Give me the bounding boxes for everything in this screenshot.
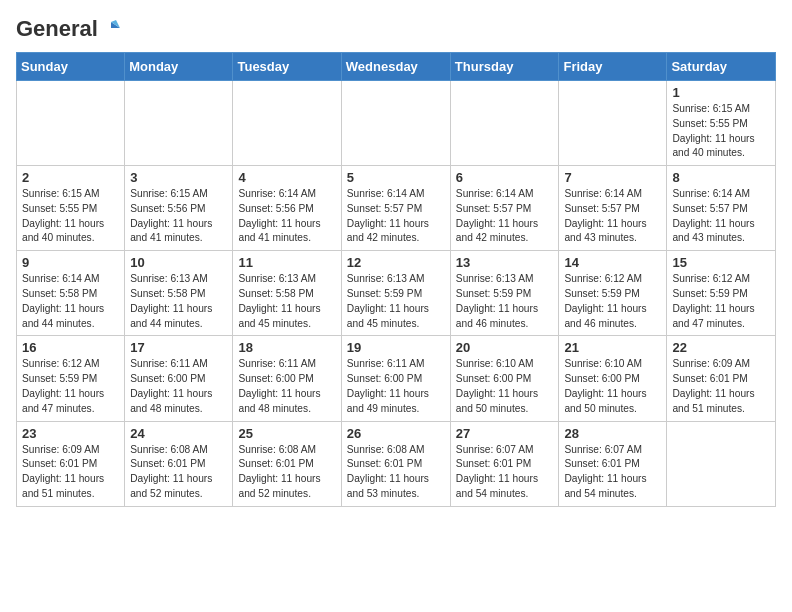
day-number: 13 xyxy=(456,255,554,270)
calendar-cell: 23Sunrise: 6:09 AM Sunset: 6:01 PM Dayli… xyxy=(17,421,125,506)
day-number: 19 xyxy=(347,340,445,355)
calendar-cell: 18Sunrise: 6:11 AM Sunset: 6:00 PM Dayli… xyxy=(233,336,341,421)
calendar-cell: 1Sunrise: 6:15 AM Sunset: 5:55 PM Daylig… xyxy=(667,81,776,166)
weekday-header-sunday: Sunday xyxy=(17,53,125,81)
day-number: 17 xyxy=(130,340,227,355)
day-info: Sunrise: 6:08 AM Sunset: 6:01 PM Dayligh… xyxy=(238,443,335,502)
calendar-week-5: 23Sunrise: 6:09 AM Sunset: 6:01 PM Dayli… xyxy=(17,421,776,506)
page-header: General xyxy=(16,16,776,42)
calendar-week-1: 1Sunrise: 6:15 AM Sunset: 5:55 PM Daylig… xyxy=(17,81,776,166)
calendar-cell xyxy=(17,81,125,166)
calendar-cell: 2Sunrise: 6:15 AM Sunset: 5:55 PM Daylig… xyxy=(17,166,125,251)
day-number: 16 xyxy=(22,340,119,355)
day-info: Sunrise: 6:10 AM Sunset: 6:00 PM Dayligh… xyxy=(564,357,661,416)
calendar-cell xyxy=(559,81,667,166)
day-number: 5 xyxy=(347,170,445,185)
day-info: Sunrise: 6:07 AM Sunset: 6:01 PM Dayligh… xyxy=(456,443,554,502)
day-number: 3 xyxy=(130,170,227,185)
day-info: Sunrise: 6:11 AM Sunset: 6:00 PM Dayligh… xyxy=(130,357,227,416)
calendar-cell xyxy=(341,81,450,166)
day-info: Sunrise: 6:14 AM Sunset: 5:56 PM Dayligh… xyxy=(238,187,335,246)
calendar-cell: 27Sunrise: 6:07 AM Sunset: 6:01 PM Dayli… xyxy=(450,421,559,506)
day-number: 4 xyxy=(238,170,335,185)
day-info: Sunrise: 6:12 AM Sunset: 5:59 PM Dayligh… xyxy=(564,272,661,331)
day-info: Sunrise: 6:13 AM Sunset: 5:58 PM Dayligh… xyxy=(238,272,335,331)
calendar-week-3: 9Sunrise: 6:14 AM Sunset: 5:58 PM Daylig… xyxy=(17,251,776,336)
day-info: Sunrise: 6:09 AM Sunset: 6:01 PM Dayligh… xyxy=(22,443,119,502)
calendar-cell: 26Sunrise: 6:08 AM Sunset: 6:01 PM Dayli… xyxy=(341,421,450,506)
day-number: 27 xyxy=(456,426,554,441)
calendar-header-row: SundayMondayTuesdayWednesdayThursdayFrid… xyxy=(17,53,776,81)
calendar-cell: 4Sunrise: 6:14 AM Sunset: 5:56 PM Daylig… xyxy=(233,166,341,251)
day-info: Sunrise: 6:14 AM Sunset: 5:57 PM Dayligh… xyxy=(672,187,770,246)
calendar-week-2: 2Sunrise: 6:15 AM Sunset: 5:55 PM Daylig… xyxy=(17,166,776,251)
calendar-cell: 28Sunrise: 6:07 AM Sunset: 6:01 PM Dayli… xyxy=(559,421,667,506)
weekday-header-tuesday: Tuesday xyxy=(233,53,341,81)
day-number: 24 xyxy=(130,426,227,441)
calendar-cell: 10Sunrise: 6:13 AM Sunset: 5:58 PM Dayli… xyxy=(125,251,233,336)
day-info: Sunrise: 6:11 AM Sunset: 6:00 PM Dayligh… xyxy=(238,357,335,416)
day-info: Sunrise: 6:11 AM Sunset: 6:00 PM Dayligh… xyxy=(347,357,445,416)
calendar-cell: 11Sunrise: 6:13 AM Sunset: 5:58 PM Dayli… xyxy=(233,251,341,336)
day-number: 25 xyxy=(238,426,335,441)
day-info: Sunrise: 6:10 AM Sunset: 6:00 PM Dayligh… xyxy=(456,357,554,416)
calendar-cell: 15Sunrise: 6:12 AM Sunset: 5:59 PM Dayli… xyxy=(667,251,776,336)
calendar-cell: 12Sunrise: 6:13 AM Sunset: 5:59 PM Dayli… xyxy=(341,251,450,336)
calendar-cell: 3Sunrise: 6:15 AM Sunset: 5:56 PM Daylig… xyxy=(125,166,233,251)
day-info: Sunrise: 6:07 AM Sunset: 6:01 PM Dayligh… xyxy=(564,443,661,502)
calendar-cell: 19Sunrise: 6:11 AM Sunset: 6:00 PM Dayli… xyxy=(341,336,450,421)
day-number: 20 xyxy=(456,340,554,355)
weekday-header-wednesday: Wednesday xyxy=(341,53,450,81)
calendar-cell: 25Sunrise: 6:08 AM Sunset: 6:01 PM Dayli… xyxy=(233,421,341,506)
calendar-table: SundayMondayTuesdayWednesdayThursdayFrid… xyxy=(16,52,776,507)
logo-general: General xyxy=(16,16,98,42)
day-info: Sunrise: 6:12 AM Sunset: 5:59 PM Dayligh… xyxy=(672,272,770,331)
calendar-cell xyxy=(450,81,559,166)
calendar-cell: 17Sunrise: 6:11 AM Sunset: 6:00 PM Dayli… xyxy=(125,336,233,421)
day-number: 23 xyxy=(22,426,119,441)
calendar-cell: 7Sunrise: 6:14 AM Sunset: 5:57 PM Daylig… xyxy=(559,166,667,251)
calendar-cell: 9Sunrise: 6:14 AM Sunset: 5:58 PM Daylig… xyxy=(17,251,125,336)
day-number: 21 xyxy=(564,340,661,355)
calendar-cell: 16Sunrise: 6:12 AM Sunset: 5:59 PM Dayli… xyxy=(17,336,125,421)
weekday-header-saturday: Saturday xyxy=(667,53,776,81)
day-info: Sunrise: 6:14 AM Sunset: 5:57 PM Dayligh… xyxy=(347,187,445,246)
day-info: Sunrise: 6:09 AM Sunset: 6:01 PM Dayligh… xyxy=(672,357,770,416)
day-number: 18 xyxy=(238,340,335,355)
day-info: Sunrise: 6:08 AM Sunset: 6:01 PM Dayligh… xyxy=(347,443,445,502)
calendar-cell xyxy=(125,81,233,166)
calendar-cell: 22Sunrise: 6:09 AM Sunset: 6:01 PM Dayli… xyxy=(667,336,776,421)
day-number: 26 xyxy=(347,426,445,441)
weekday-header-friday: Friday xyxy=(559,53,667,81)
calendar-cell: 5Sunrise: 6:14 AM Sunset: 5:57 PM Daylig… xyxy=(341,166,450,251)
calendar-cell xyxy=(667,421,776,506)
weekday-header-monday: Monday xyxy=(125,53,233,81)
calendar-week-4: 16Sunrise: 6:12 AM Sunset: 5:59 PM Dayli… xyxy=(17,336,776,421)
day-info: Sunrise: 6:14 AM Sunset: 5:57 PM Dayligh… xyxy=(456,187,554,246)
day-info: Sunrise: 6:08 AM Sunset: 6:01 PM Dayligh… xyxy=(130,443,227,502)
calendar-cell: 20Sunrise: 6:10 AM Sunset: 6:00 PM Dayli… xyxy=(450,336,559,421)
day-number: 2 xyxy=(22,170,119,185)
calendar-cell: 8Sunrise: 6:14 AM Sunset: 5:57 PM Daylig… xyxy=(667,166,776,251)
calendar-cell: 14Sunrise: 6:12 AM Sunset: 5:59 PM Dayli… xyxy=(559,251,667,336)
day-number: 28 xyxy=(564,426,661,441)
calendar-cell: 21Sunrise: 6:10 AM Sunset: 6:00 PM Dayli… xyxy=(559,336,667,421)
day-info: Sunrise: 6:13 AM Sunset: 5:58 PM Dayligh… xyxy=(130,272,227,331)
weekday-header-thursday: Thursday xyxy=(450,53,559,81)
calendar-cell xyxy=(233,81,341,166)
day-info: Sunrise: 6:13 AM Sunset: 5:59 PM Dayligh… xyxy=(347,272,445,331)
day-number: 6 xyxy=(456,170,554,185)
day-info: Sunrise: 6:15 AM Sunset: 5:55 PM Dayligh… xyxy=(672,102,770,161)
day-number: 7 xyxy=(564,170,661,185)
day-number: 8 xyxy=(672,170,770,185)
logo-bird-icon xyxy=(100,18,122,40)
calendar-cell: 24Sunrise: 6:08 AM Sunset: 6:01 PM Dayli… xyxy=(125,421,233,506)
calendar-cell: 13Sunrise: 6:13 AM Sunset: 5:59 PM Dayli… xyxy=(450,251,559,336)
day-info: Sunrise: 6:15 AM Sunset: 5:55 PM Dayligh… xyxy=(22,187,119,246)
day-number: 12 xyxy=(347,255,445,270)
day-number: 11 xyxy=(238,255,335,270)
day-number: 9 xyxy=(22,255,119,270)
day-number: 1 xyxy=(672,85,770,100)
day-number: 22 xyxy=(672,340,770,355)
logo: General xyxy=(16,16,122,42)
